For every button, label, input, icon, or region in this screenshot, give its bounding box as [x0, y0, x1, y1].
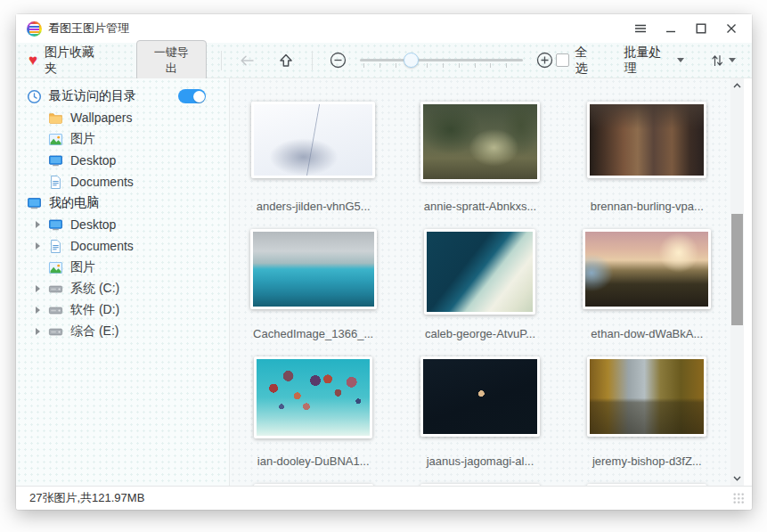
thumbnail-image [590, 104, 704, 176]
filename-label: brennan-burling-vpa... [591, 200, 704, 213]
sidebar-item-my-computer[interactable]: 我的电脑 [16, 192, 229, 214]
close-button[interactable] [716, 17, 747, 40]
triangle-right-icon [36, 328, 40, 335]
thumbnail-card-partial[interactable] [254, 484, 373, 486]
sidebar-item-pictures-2[interactable]: 图片 [16, 257, 229, 278]
drive-icon [48, 324, 63, 340]
grid-item: ethan-dow-dWaBkA... [564, 229, 730, 356]
desktop-icon [48, 217, 63, 233]
clock-icon [27, 89, 42, 104]
thumbnail-card-partial[interactable] [420, 484, 540, 486]
thumbnail-grid: anders-jilden-vhnG5...annie-spratt-Abnkx… [230, 78, 730, 486]
toolbar-separator [312, 51, 313, 70]
thumbnail-zone [587, 356, 706, 449]
maximize-button[interactable] [686, 17, 716, 40]
sidebar-item-label: Documents [70, 239, 134, 253]
grid-item: ian-dooley-DuBNA1... [230, 356, 396, 484]
grid-item: annie-spratt-Abnkxs... [396, 102, 563, 229]
minimize-button[interactable] [656, 17, 686, 40]
app-logo-icon [27, 21, 42, 37]
vertical-scrollbar[interactable] [730, 78, 744, 486]
export-button[interactable]: 一键导出 [136, 40, 207, 81]
recent-folders-toggle[interactable] [178, 89, 206, 103]
resize-grip[interactable] [733, 493, 745, 504]
sidebar-item-drive-e[interactable]: 综合 (E:) [16, 321, 229, 342]
statusbar: 27张图片,共121.97MB [16, 486, 752, 510]
select-all-label: 全选 [575, 45, 600, 77]
parent-folder-icon[interactable] [274, 49, 298, 72]
thumbnail-zone [254, 484, 373, 486]
scroll-up-icon[interactable] [730, 78, 744, 93]
main-body: 最近访问的目录Wallpapers图片DesktopDocuments我的电脑D… [16, 78, 752, 486]
sidebar-item-label: 图片 [70, 131, 95, 147]
thumbnail-zone [424, 229, 535, 322]
sidebar-item-wallpapers[interactable]: Wallpapers [16, 107, 229, 128]
menu-icon[interactable] [625, 17, 656, 40]
sidebar-item-recent-folders[interactable]: 最近访问的目录 [16, 86, 229, 107]
thumbnail-card[interactable] [254, 356, 372, 438]
expand-arrow-icon[interactable] [36, 328, 48, 335]
sidebar-item-label: 软件 (D:) [70, 302, 119, 318]
thumbnail-card[interactable] [420, 102, 540, 182]
back-icon[interactable] [236, 49, 259, 72]
drive-icon [48, 303, 63, 318]
zoom-out-icon[interactable] [327, 49, 350, 72]
heart-icon: ♥ [29, 53, 37, 68]
thumbnail-image [257, 359, 370, 436]
sidebar-item-documents[interactable]: Documents [16, 171, 229, 192]
grid-item [396, 484, 563, 486]
thumbnail-zone [420, 356, 540, 449]
toolbar: ♥ 图片收藏夹 一键导出 全选 批量处理 [16, 43, 752, 78]
thumbnail-zone [420, 484, 540, 486]
sidebar-item-drive-d[interactable]: 软件 (D:) [16, 299, 229, 321]
titlebar: 看图王图片管理 [16, 14, 752, 43]
filename-label: CachedImage_1366_... [253, 327, 373, 340]
sort-dropdown[interactable] [711, 53, 736, 68]
zoom-slider-track[interactable] [360, 59, 522, 61]
zoom-in-icon[interactable] [534, 49, 557, 72]
expand-arrow-icon[interactable] [36, 221, 48, 228]
zoom-slider[interactable] [360, 52, 522, 70]
thumbnail-card[interactable] [420, 356, 540, 437]
thumbnail-image [254, 104, 372, 176]
filename-label: ian-dooley-DuBNA1... [257, 454, 370, 468]
filename-label: jaanus-jagomagi-al... [427, 454, 534, 468]
sidebar-item-label: Desktop [70, 217, 116, 232]
select-all-checkbox[interactable] [556, 53, 569, 67]
thumbnail-image [590, 359, 704, 434]
sidebar-item-pictures[interactable]: 图片 [16, 128, 229, 150]
image-count-status: 27张图片,共121.97MB [29, 490, 144, 506]
expand-arrow-icon[interactable] [36, 285, 48, 292]
sidebar-item-drive-c[interactable]: 系统 (C:) [16, 278, 229, 299]
thumbnail-card-partial[interactable] [587, 484, 706, 486]
sidebar-item-desktop-2[interactable]: Desktop [16, 214, 229, 235]
sidebar-item-label: 图片 [70, 259, 95, 275]
app-title: 看图王图片管理 [48, 20, 129, 37]
sidebar-item-desktop[interactable]: Desktop [16, 150, 229, 171]
document-icon [48, 175, 63, 190]
thumbnail-card[interactable] [587, 102, 706, 178]
thumbnail-card[interactable] [583, 229, 711, 309]
titlebar-left: 看图王图片管理 [27, 20, 129, 37]
scroll-down-icon[interactable] [730, 471, 744, 486]
batch-process-label: 批量处理 [624, 45, 672, 77]
caret-down-icon [677, 58, 684, 62]
expand-arrow-icon[interactable] [36, 307, 48, 314]
zoom-slider-handle[interactable] [404, 53, 419, 68]
window-controls [625, 17, 747, 40]
thumbnail-card[interactable] [587, 356, 706, 437]
drive-icon [48, 282, 63, 297]
toolbar-right: 全选 批量处理 [556, 45, 739, 77]
thumbnail-card[interactable] [251, 102, 375, 178]
thumbnail-zone [254, 356, 372, 449]
thumbnail-card[interactable] [424, 229, 535, 315]
sidebar-item-documents-2[interactable]: Documents [16, 235, 229, 257]
thumbnail-card[interactable] [250, 229, 377, 309]
thumbnail-image [253, 232, 374, 307]
batch-process-dropdown[interactable]: 批量处理 [624, 45, 684, 77]
grid-item: caleb-george-AtvuP... [396, 229, 563, 356]
grid-item: anders-jilden-vhnG5... [230, 102, 396, 229]
expand-arrow-icon[interactable] [36, 242, 48, 250]
filename-label: caleb-george-AtvuP... [425, 327, 535, 340]
scrollbar-thumb[interactable] [731, 214, 743, 325]
